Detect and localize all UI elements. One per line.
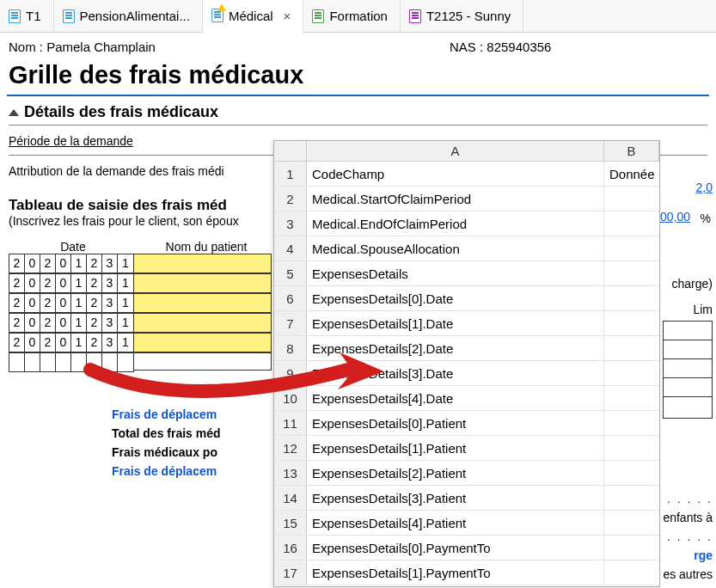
row-header[interactable]: 4 <box>274 236 307 261</box>
cell[interactable]: CodeChamp <box>307 162 604 187</box>
date-digit[interactable]: 3 <box>102 294 118 312</box>
date-digit[interactable]: 0 <box>25 254 40 273</box>
cell[interactable]: ExpensesDetails[4].Date <box>307 386 604 411</box>
cell[interactable] <box>604 361 659 386</box>
row-header[interactable]: 6 <box>274 286 307 311</box>
date-digit[interactable] <box>25 353 40 371</box>
date-digit[interactable]: 1 <box>71 294 87 312</box>
date-digit[interactable]: 2 <box>9 254 25 273</box>
col-header-b[interactable]: B <box>604 141 659 162</box>
row-header[interactable]: 8 <box>274 336 307 361</box>
date-digit[interactable]: 3 <box>102 314 118 332</box>
text-snippet[interactable]: rge <box>694 548 713 562</box>
date-digit[interactable]: 1 <box>71 334 87 352</box>
date-digit[interactable]: 2 <box>87 314 102 332</box>
patient-field[interactable] <box>134 293 272 313</box>
cell[interactable]: ExpensesDetails[1].Patient <box>307 436 604 461</box>
tab-t2125[interactable]: T2125 - Sunny <box>401 0 523 32</box>
cell[interactable]: Medical.EndOfClaimPeriod <box>307 211 604 236</box>
patient-field[interactable] <box>134 352 272 371</box>
cell[interactable] <box>604 236 659 261</box>
date-field[interactable]: 20201231 <box>9 254 134 273</box>
cell[interactable]: ExpensesDetails[3].Patient <box>307 486 604 511</box>
date-digit[interactable] <box>87 353 102 371</box>
date-digit[interactable]: 2 <box>9 334 25 352</box>
cell[interactable] <box>604 436 659 461</box>
row-header[interactable]: 14 <box>274 486 307 511</box>
date-digit[interactable]: 0 <box>56 294 71 312</box>
cell[interactable]: ExpensesDetails <box>307 261 604 286</box>
date-digit[interactable]: 3 <box>102 274 118 292</box>
cell[interactable] <box>604 261 659 286</box>
cell[interactable]: ExpensesDetails[3].Date <box>307 361 604 386</box>
date-field[interactable]: 20201231 <box>9 313 134 333</box>
row-header[interactable]: 7 <box>274 311 307 336</box>
date-digit[interactable]: 0 <box>25 314 40 332</box>
date-digit[interactable] <box>40 353 56 371</box>
date-digit[interactable] <box>102 353 118 371</box>
row-header[interactable]: 12 <box>274 436 307 461</box>
date-digit[interactable]: 2 <box>9 274 25 292</box>
date-digit[interactable]: 2 <box>87 254 102 273</box>
cell[interactable] <box>604 511 659 536</box>
patient-field[interactable] <box>134 254 272 273</box>
patient-field[interactable] <box>134 273 272 293</box>
cell[interactable] <box>604 536 659 560</box>
date-digit[interactable]: 2 <box>40 294 56 312</box>
cell[interactable]: ExpensesDetails[0].Patient <box>307 411 604 436</box>
cell[interactable] <box>604 386 659 411</box>
date-digit[interactable]: 0 <box>25 334 40 352</box>
date-digit[interactable]: 2 <box>40 314 56 332</box>
date-field[interactable] <box>9 352 134 372</box>
cell[interactable]: Medical.SpouseAllocation <box>307 236 604 261</box>
date-digit[interactable]: 2 <box>87 294 102 312</box>
date-digit[interactable]: 1 <box>71 254 87 273</box>
tab-pension[interactable]: PensionAlimentai... <box>54 0 203 32</box>
date-digit[interactable]: 0 <box>56 274 71 292</box>
date-digit[interactable]: 2 <box>87 334 102 352</box>
row-header[interactable]: 3 <box>274 211 307 236</box>
tab-t1[interactable]: T1 <box>0 0 54 32</box>
row-header[interactable]: 15 <box>274 511 307 536</box>
value-snippet[interactable]: 00,00 <box>660 210 690 224</box>
date-digit[interactable]: 1 <box>118 294 133 312</box>
date-digit[interactable]: 0 <box>56 314 71 332</box>
date-digit[interactable]: 0 <box>25 294 40 312</box>
cell[interactable]: ExpensesDetails[1].PaymentTo <box>307 560 604 585</box>
patient-field[interactable] <box>134 333 272 352</box>
row-header[interactable]: 5 <box>274 261 307 286</box>
cell[interactable]: ExpensesDetails[1].Date <box>307 311 604 336</box>
tab-formation[interactable]: Formation <box>303 0 401 32</box>
cell[interactable] <box>604 311 659 336</box>
col-header-a[interactable]: A <box>307 141 604 162</box>
cell[interactable] <box>604 187 659 211</box>
sheet-corner[interactable] <box>274 141 307 162</box>
date-digit[interactable] <box>56 353 71 371</box>
cell[interactable] <box>604 411 659 436</box>
row-header[interactable]: 13 <box>274 461 307 486</box>
cell[interactable]: ExpensesDetails[2].Date <box>307 336 604 361</box>
cell[interactable]: Donnée <box>604 162 659 187</box>
date-digit[interactable]: 1 <box>71 314 87 332</box>
cell[interactable]: ExpensesDetails[0].Date <box>307 286 604 311</box>
date-field[interactable]: 20201231 <box>9 273 134 293</box>
cell[interactable] <box>604 560 659 585</box>
section-header[interactable]: Détails des frais médicaux <box>9 103 707 121</box>
date-field[interactable]: 20201231 <box>9 293 134 313</box>
row-header[interactable]: 1 <box>274 162 307 187</box>
date-digit[interactable]: 0 <box>25 274 40 292</box>
date-digit[interactable]: 0 <box>56 334 71 352</box>
row-header[interactable]: 11 <box>274 411 307 436</box>
date-digit[interactable]: 3 <box>102 334 118 352</box>
date-digit[interactable] <box>71 353 87 371</box>
date-digit[interactable]: 0 <box>56 254 71 273</box>
row-header[interactable]: 17 <box>274 560 307 585</box>
date-digit[interactable]: 2 <box>9 314 25 332</box>
date-digit[interactable]: 1 <box>118 254 133 273</box>
cell[interactable]: ExpensesDetails[2].Patient <box>307 461 604 486</box>
row-header[interactable]: 16 <box>274 536 307 560</box>
date-digit[interactable]: 3 <box>102 254 118 273</box>
date-digit[interactable]: 1 <box>118 334 133 352</box>
cell[interactable]: Medical.StartOfClaimPeriod <box>307 187 604 211</box>
close-icon[interactable]: × <box>284 9 291 23</box>
